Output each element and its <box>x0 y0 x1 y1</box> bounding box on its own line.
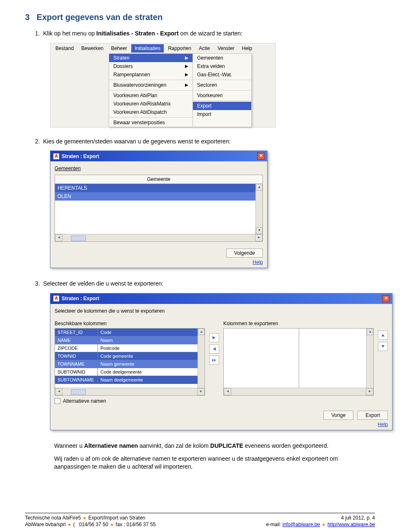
footer-right: 4 juli 2012, p. 4 e-mail: info@abiware.b… <box>266 514 375 528</box>
remove-column-button[interactable] <box>209 344 219 354</box>
dd-item-bluswater[interactable]: Bluswatervoorzieningen▶ <box>109 81 192 89</box>
step-2: 2. Kies de gemeenten/steden waarvan u de… <box>35 138 375 146</box>
menu-help[interactable]: Help <box>239 44 256 53</box>
dd2-gas-elect-wat[interactable]: Gas-Elect.-Wat. <box>193 70 251 79</box>
close-button[interactable]: ✕ <box>257 153 265 160</box>
horizontal-scrollbar[interactable]: ◂▸ <box>224 388 373 395</box>
section-heading: 3 Export gegevens van de straten <box>25 13 375 22</box>
vertical-scrollbar[interactable]: ▴ ▾ <box>255 184 262 234</box>
dd-item-straten[interactable]: Straten▶ <box>109 54 192 62</box>
horizontal-scrollbar[interactable]: ◂▸ <box>55 388 205 395</box>
dialog-title: Straten : Export <box>62 296 99 301</box>
dialog-titlebar: AStraten : Export ✕ <box>50 294 392 304</box>
window-icon: A <box>53 295 60 302</box>
section-title: Export gegevens van de straten <box>37 13 162 22</box>
step-3: 3. Selecteer de velden die u wenst te ex… <box>35 280 375 288</box>
dd-item-dossiers[interactable]: Dossiers▶ <box>109 62 192 70</box>
export-columns-list[interactable]: ▴▾ ◂▸ <box>223 328 374 396</box>
dd-item-voorkeuren-abiplan[interactable]: Voorkeuren AbiPlan <box>109 91 192 100</box>
vertical-scrollbar[interactable]: ▴▾ <box>198 329 205 395</box>
dd2-extra-velden[interactable]: Extra velden <box>193 62 251 70</box>
scroll-up-icon: ▴ <box>198 329 205 335</box>
dialog-columns: AStraten : Export ✕ Selecteer de kolomme… <box>50 293 392 430</box>
dropdown-initialisaties: Straten▶ Dossiers▶ Rampenplannen▶ Bluswa… <box>109 53 193 127</box>
info-paragraph-2: Wij raden u af om ook de alternatieve na… <box>54 455 375 471</box>
help-link[interactable]: Help <box>252 259 263 265</box>
dd-item-voorkeuren-abidispatch[interactable]: Voorkeuren AbiDispatch <box>109 108 192 116</box>
checkbox-icon[interactable] <box>55 398 60 404</box>
dialog-title: Straten : Export <box>62 153 99 159</box>
dd-item-voorkeuren-abiriskmatrix[interactable]: Voorkeuren AbiRiskMatrix <box>109 100 192 108</box>
vorige-button[interactable]: Vorige <box>323 411 353 420</box>
menu-initialisaties[interactable]: Initialisaties <box>131 44 164 53</box>
list-row[interactable]: OLEN <box>55 192 262 201</box>
dd2-gemeenten[interactable]: Gemeenten <box>193 54 251 62</box>
scroll-right-icon[interactable]: ▸ <box>255 234 262 241</box>
dd2-export[interactable]: Export <box>193 102 251 110</box>
move-down-button[interactable] <box>378 342 388 351</box>
menu-screenshot: Bestand Bewerken Beheer Initialisaties R… <box>50 43 276 128</box>
add-all-columns-button[interactable] <box>209 356 219 365</box>
scroll-thumb[interactable] <box>71 236 86 241</box>
dropdown-straten: Gemeenten Extra velden Gas-Elect.-Wat. S… <box>192 53 252 127</box>
chevron-right-icon: ▶ <box>185 72 188 77</box>
scroll-down-icon[interactable]: ▾ <box>256 227 262 234</box>
column-row: TOWNNAMENaam gemeente <box>55 360 205 368</box>
available-columns-label: Beschikbare kolommen <box>55 321 205 326</box>
column-row: TOWNIDCode gemeente <box>55 352 205 360</box>
menu-rapporten[interactable]: Rapporten <box>165 44 195 53</box>
page-footer: Technische nota AbiFire5 ● Export/Import… <box>25 513 375 528</box>
dd2-voorkeuren[interactable]: Voorkeuren <box>193 91 251 100</box>
window-icon: A <box>53 153 60 160</box>
list-row[interactable]: HERENTALS <box>55 184 262 192</box>
dialog-titlebar: AStraten : Export ✕ <box>50 151 267 161</box>
menu-bestand[interactable]: Bestand <box>52 44 77 53</box>
menu-bewerken[interactable]: Bewerken <box>78 44 107 53</box>
help-link[interactable]: Help <box>378 422 388 427</box>
alternatieve-namen-checkbox[interactable]: Alternatieve namen <box>55 398 388 404</box>
chevron-right-icon: ▶ <box>185 64 188 68</box>
menu-path: Initialisaties - Straten - Export <box>96 30 179 37</box>
column-row: NAMENaam <box>55 336 205 344</box>
dd-item-rampenplannen[interactable]: Rampenplannen▶ <box>109 70 192 79</box>
horizontal-scrollbar[interactable]: ◂ ▸ <box>55 234 262 241</box>
dd-item-bewaar-vensterposities[interactable]: Bewaar vensterposities <box>109 118 192 127</box>
menubar: Bestand Bewerken Beheer Initialisaties R… <box>50 43 275 53</box>
add-column-button[interactable] <box>209 333 219 342</box>
scroll-up-icon[interactable]: ▴ <box>256 184 262 191</box>
column-row: SUBTOWNIDCode deelgemeente <box>55 368 205 376</box>
dd2-import[interactable]: Import <box>193 110 251 118</box>
column-row: SUBTOWNNAMENaam deelgemeente <box>55 376 205 384</box>
scroll-left-icon[interactable]: ◂ <box>55 234 62 241</box>
footer-left: Technische nota AbiFire5 ● Export/Import… <box>25 514 156 528</box>
vertical-scrollbar[interactable]: ▴▾ <box>366 329 373 395</box>
gemeenten-list[interactable]: Gemeente HERENTALS OLEN ▴ ▾ ◂ ▸ <box>55 175 263 242</box>
column-row: ZIPCODEPostcode <box>55 344 205 352</box>
info-paragraph-1: Wanneer u Alternatieve namen aanvinkt, d… <box>54 442 375 450</box>
export-button[interactable]: Export <box>358 411 388 420</box>
column-row: STREET_IDCode <box>55 329 205 336</box>
chevron-right-icon: ▶ <box>185 55 188 60</box>
column-header-gemeente: Gemeente <box>55 175 262 184</box>
close-button[interactable]: ✕ <box>382 295 390 302</box>
export-columns-label: Kolommen te exporteren <box>223 321 374 326</box>
website-link[interactable]: http//www.abiware.be <box>328 522 375 527</box>
email-link[interactable]: info@abiware.be <box>282 522 320 527</box>
chevron-right-icon: ▶ <box>185 83 188 87</box>
available-columns-list[interactable]: STREET_IDCode NAMENaam ZIPCODEPostcode T… <box>55 328 205 396</box>
move-up-button[interactable] <box>378 331 388 340</box>
volgende-button[interactable]: Volgende <box>226 248 263 258</box>
section-number: 3 <box>25 13 30 22</box>
menu-beheer[interactable]: Beheer <box>108 44 130 53</box>
tab-gemeenten[interactable]: Gemeenten <box>55 166 81 171</box>
menu-venster[interactable]: Venster <box>214 44 238 53</box>
dialog-prompt: Selecteer de kolommen die u wenst te exp… <box>55 308 388 314</box>
step-1: 1. Klik op het menu op Initialisaties - … <box>35 30 375 38</box>
menu-actie[interactable]: Actie <box>195 44 213 53</box>
dd2-sectoren[interactable]: Sectoren <box>193 81 251 89</box>
dialog-gemeenten: AStraten : Export ✕ Gemeenten Gemeente H… <box>50 151 268 268</box>
